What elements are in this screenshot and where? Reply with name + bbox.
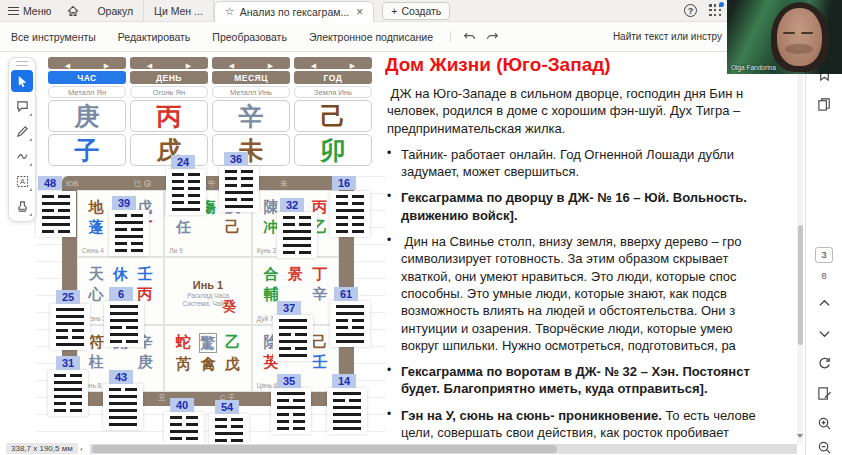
- yang-line: [54, 388, 82, 391]
- bazi-header-ЧАС[interactable]: ЧАС: [48, 71, 126, 84]
- tab-tsi-men[interactable]: Ци Мен ...: [144, 0, 214, 22]
- bazi-branch-cell[interactable]: 戌: [130, 134, 208, 166]
- hexagram-line: [279, 347, 307, 350]
- redo-icon[interactable]: [486, 31, 499, 42]
- drag-handle[interactable]: [16, 61, 28, 66]
- hexagram-line: [333, 392, 361, 395]
- bazi-stem-cell[interactable]: 庚: [48, 100, 126, 132]
- next-arrow-button[interactable]: ▶: [104, 54, 109, 72]
- acrobat-toolbar: Все инструменты Редактировать Преобразов…: [0, 22, 842, 52]
- hexagram-40-glyph[interactable]: [164, 412, 204, 443]
- hexagram-line: [277, 392, 305, 395]
- hexagram-line: [110, 305, 138, 308]
- hexagram-line: [56, 308, 84, 311]
- hexagram-31-glyph[interactable]: [48, 370, 88, 416]
- yin-line: [241, 170, 253, 173]
- pages-button[interactable]: [816, 96, 832, 112]
- right-arrow-icon: ▶: [268, 62, 273, 69]
- hexagram-37-glyph[interactable]: [273, 315, 313, 361]
- bazi-header-ДЕНЬ[interactable]: ДЕНЬ: [130, 71, 208, 84]
- yin-line: [109, 388, 121, 391]
- bazi-header-ГОД[interactable]: ГОД: [294, 71, 372, 84]
- hexagram-25-glyph[interactable]: [50, 304, 90, 350]
- left-arrow-icon: ◀: [147, 62, 152, 69]
- create-button[interactable]: + Создать: [382, 2, 450, 20]
- vertical-scrollbar[interactable]: [797, 52, 803, 443]
- hexagram-35-glyph[interactable]: [271, 388, 311, 434]
- star-icon[interactable]: ☆: [225, 5, 235, 18]
- current-page-input[interactable]: 3: [815, 247, 833, 263]
- bazi-stem-cell[interactable]: 辛: [212, 100, 290, 132]
- hscroll-left-icon[interactable]: ‹: [80, 445, 83, 454]
- find-text-button[interactable]: Найти текст или инстру: [613, 31, 722, 42]
- palace-bc[interactable]: 蛇驚乙芮禽戊: [164, 325, 251, 392]
- next-arrow-button[interactable]: ▶: [350, 54, 355, 72]
- bazi-stem-cell[interactable]: 己: [294, 100, 372, 132]
- comment-tool-button[interactable]: [11, 95, 33, 117]
- help-icon[interactable]: ?: [684, 4, 697, 17]
- bazi-branch-cell[interactable]: 子: [48, 134, 126, 166]
- prev-arrow-button[interactable]: ◀: [229, 54, 234, 72]
- bazi-branch-cell[interactable]: 卯: [294, 134, 372, 166]
- hexagram-16-glyph[interactable]: [330, 191, 370, 237]
- tab-orakul[interactable]: Оракул: [87, 0, 144, 22]
- hexagram-24-glyph[interactable]: [166, 169, 206, 215]
- hexagram-14-glyph[interactable]: [327, 388, 367, 434]
- palace-char: 蓬: [87, 218, 105, 236]
- close-tab-icon[interactable]: ×: [356, 5, 363, 19]
- bazi-stem-cell[interactable]: 丙: [130, 100, 208, 132]
- palace-row1: 天休壬: [78, 265, 163, 283]
- horizontal-scrollbar-thumb[interactable]: [92, 445, 557, 453]
- palace-c[interactable]: Инь 1Расклад ЧасаСистема: Чай Бу癸: [164, 257, 251, 324]
- home-button[interactable]: [59, 0, 87, 22]
- sign-tool-button[interactable]: [11, 195, 33, 217]
- tab-analiz-active[interactable]: ☆ Анализ по гексаграм... ×: [214, 1, 374, 22]
- prev-arrow-button[interactable]: ◀: [65, 54, 70, 72]
- yang-line: [279, 354, 307, 357]
- next-arrow-button[interactable]: ▶: [268, 54, 273, 72]
- menu-button[interactable]: Меню: [0, 0, 59, 22]
- zoom-out-button[interactable]: [816, 439, 832, 455]
- hexagram-61-glyph[interactable]: [330, 301, 370, 347]
- hexagram-line: [333, 420, 361, 423]
- hexagram-39-glyph[interactable]: [109, 210, 149, 256]
- hexagram-6-number: 6: [109, 287, 133, 301]
- yin-line: [131, 214, 143, 217]
- esign-button[interactable]: Электронное подписание: [298, 31, 444, 43]
- scroll-down-icon[interactable]: [797, 434, 803, 438]
- edit-page-button[interactable]: [816, 385, 832, 401]
- yin-line: [277, 427, 289, 430]
- prev-arrow-button[interactable]: ◀: [311, 54, 316, 72]
- hexagram-line: [333, 413, 361, 416]
- prev-arrow-button[interactable]: ◀: [147, 54, 152, 72]
- next-arrow-button[interactable]: ▶: [186, 54, 191, 72]
- next-page-button[interactable]: [816, 325, 832, 341]
- webcam-overlay[interactable]: Olga Fandorina: [727, 0, 842, 74]
- hexagram-43-glyph[interactable]: [103, 384, 143, 430]
- hexagram-6-glyph[interactable]: [104, 301, 144, 347]
- yin-line: [42, 209, 54, 212]
- edit-tool-button[interactable]: [11, 120, 33, 142]
- hexagram-48-glyph[interactable]: [36, 191, 76, 237]
- hexagram-32-glyph[interactable]: [277, 212, 317, 258]
- yin-line: [131, 242, 143, 245]
- draw-tool-button[interactable]: [11, 145, 33, 167]
- bullet-marker: •: [385, 233, 401, 354]
- convert-button[interactable]: Преобразовать: [201, 31, 298, 43]
- previous-page-button[interactable]: [816, 295, 832, 311]
- yin-line: [352, 202, 364, 205]
- hexagram-36-glyph[interactable]: [219, 166, 259, 212]
- select-tool-button[interactable]: [11, 70, 33, 92]
- zoom-in-button[interactable]: [816, 415, 832, 431]
- rotate-page-button[interactable]: [816, 355, 832, 371]
- all-tools-button[interactable]: Все инструменты: [0, 31, 107, 43]
- undo-icon[interactable]: [463, 31, 476, 42]
- edit-button[interactable]: Редактировать: [107, 31, 202, 43]
- hexagram-54-glyph[interactable]: [209, 414, 249, 443]
- textbox-tool-button[interactable]: A: [11, 170, 33, 192]
- palace-char: 乙: [223, 333, 241, 353]
- horizontal-scrollbar[interactable]: [90, 444, 797, 454]
- apps-grid-icon[interactable]: [709, 4, 722, 17]
- bazi-header-МЕСЯЦ[interactable]: МЕСЯЦ: [212, 71, 290, 84]
- vertical-scrollbar-thumb[interactable]: [798, 225, 803, 345]
